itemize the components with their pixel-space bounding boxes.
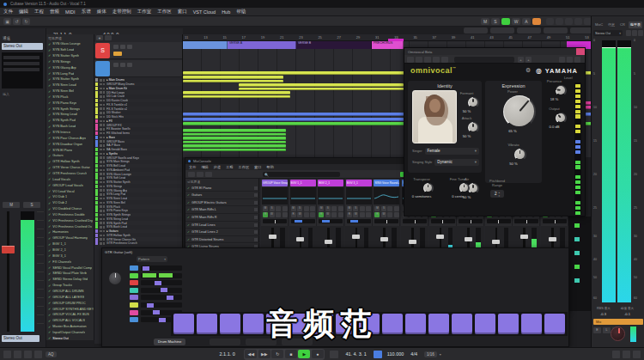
play-button[interactable]: ▶ <box>298 350 310 358</box>
read-button[interactable]: W <box>512 18 520 25</box>
track-solo-dot[interactable] <box>103 218 106 221</box>
plugin-titlebar[interactable]: Omnivocal Beta <box>404 48 585 55</box>
visibility-row[interactable]: ✓FX Channels <box>46 259 94 265</box>
strip-rw-button[interactable] <box>276 212 281 217</box>
track-solo-dot[interactable] <box>103 210 106 212</box>
track-solo-dot[interactable] <box>103 140 106 143</box>
transport-left-icon[interactable] <box>24 351 32 358</box>
power-knob[interactable] <box>503 95 536 128</box>
track-mute-dot[interactable] <box>100 210 102 212</box>
drum-cell-active[interactable] <box>161 288 167 292</box>
drum-cell-active[interactable] <box>167 296 173 300</box>
step-cell[interactable] <box>498 314 519 334</box>
punch-chip[interactable] <box>330 351 338 358</box>
track-solo-dot[interactable] <box>103 238 106 241</box>
visibility-row[interactable]: ✓SYN String Lead <box>46 112 94 118</box>
check-icon[interactable]: ✓ <box>48 218 51 223</box>
check-icon[interactable]: ✓ <box>48 236 51 241</box>
menu-item[interactable]: MIDI <box>65 9 76 15</box>
right-zone-tab[interactable]: 信息 <box>606 21 617 28</box>
toolbar-icon[interactable] <box>197 172 204 177</box>
check-icon[interactable]: ✓ <box>48 189 51 193</box>
drum-lane-chip[interactable] <box>130 295 138 300</box>
step-cell[interactable] <box>220 314 240 334</box>
timeline-ruler[interactable]: 1113151719212325272931333537394143454749… <box>183 34 601 41</box>
check-icon[interactable]: ✓ <box>48 212 51 217</box>
visibility-row[interactable]: ✓SYN Long Pad <box>46 70 94 76</box>
chevron-down-icon[interactable]: ▾ <box>440 352 441 357</box>
snap-option-chip[interactable] <box>517 27 541 34</box>
plugin-toolbar-icon[interactable] <box>441 57 448 63</box>
check-icon[interactable]: ✓ <box>48 224 51 229</box>
check-icon[interactable]: ✓ <box>187 216 190 219</box>
menu-item[interactable]: Hub <box>222 9 230 15</box>
menu-item[interactable]: 声道 <box>214 165 221 169</box>
right-zone-tab[interactable]: 电平表 <box>629 21 642 28</box>
track-mute-dot[interactable] <box>100 161 102 163</box>
step-cell[interactable] <box>452 314 472 334</box>
track-mute-dot[interactable] <box>100 214 102 217</box>
control-room-button-l[interactable]: L <box>603 327 611 333</box>
track-mute-dot[interactable] <box>100 198 102 200</box>
drum-lane-chip[interactable] <box>130 302 138 308</box>
check-icon[interactable]: ✓ <box>48 154 51 158</box>
strip-ms-button[interactable]: M <box>374 206 380 211</box>
step-cell[interactable] <box>382 314 403 334</box>
strip-ms-button[interactable]: S <box>353 206 358 211</box>
track-solo-dot[interactable] <box>103 83 106 86</box>
audio-clip[interactable] <box>239 88 410 91</box>
track-mute-dot[interactable] <box>100 193 102 196</box>
chord-track[interactable] <box>94 60 183 77</box>
track-mute-dot[interactable] <box>100 242 102 245</box>
drum-cell-active[interactable] <box>143 273 156 278</box>
check-icon[interactable]: ✓ <box>48 195 51 199</box>
visibility-row[interactable]: ✓VO Freshness Double <box>46 212 94 218</box>
solo-button[interactable]: S <box>491 18 500 25</box>
step-cell[interactable] <box>428 314 449 334</box>
drum-lane-slot[interactable] <box>141 280 182 285</box>
track-mute-dot[interactable] <box>100 153 102 156</box>
check-icon[interactable]: ✓ <box>48 242 51 247</box>
strip-rw-button[interactable]: W <box>353 212 358 217</box>
visibility-row[interactable]: ✓SYN Drawbar Organ <box>46 141 94 147</box>
forward-button[interactable]: ▶▶ <box>258 350 270 358</box>
check-icon[interactable]: ✓ <box>48 48 51 52</box>
mixer-list-row[interactable]: ✓GTR Distorted Strums <box>185 236 259 243</box>
track-mute-dot[interactable] <box>100 124 102 126</box>
control-room-button-e[interactable]: E <box>593 327 601 333</box>
record-track[interactable]: S <box>94 42 183 59</box>
drum-cell-active[interactable] <box>155 281 161 285</box>
check-icon[interactable]: ✓ <box>48 325 51 329</box>
track-mute-dot[interactable] <box>100 112 102 114</box>
strip-ms-button[interactable] <box>387 206 392 211</box>
visibility-row[interactable]: ✓GROUP ALL VOCALS <box>46 318 94 324</box>
strip-eq-curve[interactable] <box>346 187 372 204</box>
strip-rw-button[interactable] <box>283 212 288 217</box>
strip-pan[interactable] <box>319 219 343 223</box>
track-mute-dot[interactable] <box>100 222 102 224</box>
check-icon[interactable]: ✓ <box>48 59 51 64</box>
preset-next-icon[interactable]: + <box>526 57 532 63</box>
check-icon[interactable]: ✓ <box>48 207 51 211</box>
mixer-list-row[interactable]: ✓GTR Main Riffs R <box>185 214 259 221</box>
menu-item[interactable]: 工作区 <box>239 165 250 169</box>
strip-name-tag-top[interactable]: BGV 3_1 <box>346 180 372 186</box>
drum-lane-chip[interactable] <box>130 310 138 315</box>
strip-ms-button[interactable]: M <box>347 206 352 211</box>
menu-item[interactable]: 工程 <box>34 9 44 15</box>
track-mute-dot[interactable] <box>100 116 102 119</box>
fader-cap[interactable] <box>269 235 276 239</box>
drum-lane-chip[interactable] <box>130 288 138 293</box>
transport-right-icon[interactable] <box>623 351 630 358</box>
check-icon[interactable]: ✓ <box>48 83 51 88</box>
rewind-button[interactable]: ◀◀ <box>245 350 257 358</box>
track-mute-dot[interactable] <box>100 202 102 204</box>
track-solo-dot[interactable] <box>103 202 106 204</box>
audio-clip[interactable] <box>183 141 286 144</box>
check-icon[interactable]: ✓ <box>48 89 51 94</box>
mixer-list-row[interactable]: ✓GROUP Electric Guitars <box>185 199 259 206</box>
transport-right-icon[interactable] <box>633 351 641 358</box>
visibility-row[interactable]: ✓Master Bus Automation <box>46 324 94 330</box>
toolbar-icon[interactable]: ↺ <box>13 18 21 25</box>
singing-style-select[interactable]: Dynamic▾ <box>434 159 479 166</box>
